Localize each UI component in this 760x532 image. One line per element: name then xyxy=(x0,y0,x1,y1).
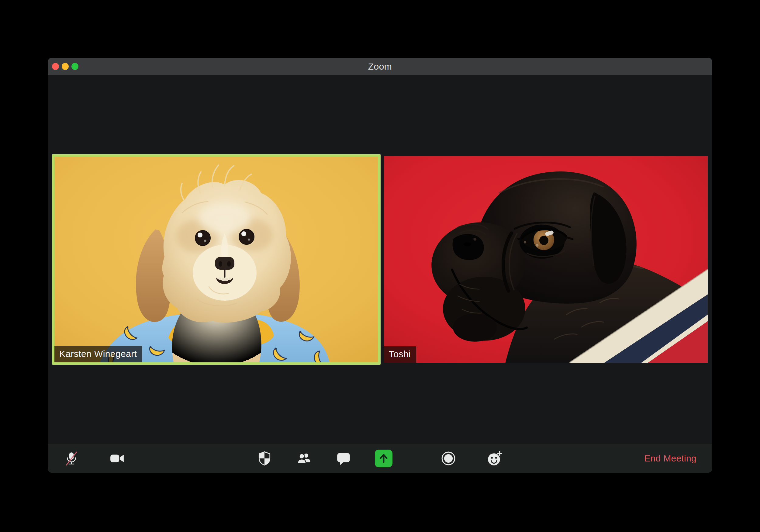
chat-bubble-icon xyxy=(336,451,351,466)
participant-tile-toshi[interactable]: Toshi xyxy=(384,156,708,363)
video-grid: Karsten Winegeart xyxy=(52,154,708,365)
participants-icon xyxy=(296,451,311,466)
video-button[interactable] xyxy=(106,448,128,469)
record-icon xyxy=(441,451,456,466)
security-button[interactable] xyxy=(254,448,275,469)
meeting-toolbar: End Meeting xyxy=(48,444,712,473)
window-title: Zoom xyxy=(368,61,392,72)
minimize-window-button[interactable] xyxy=(62,63,69,70)
end-meeting-button[interactable]: End Meeting xyxy=(642,453,698,464)
participant-name-label: Toshi xyxy=(384,346,416,363)
microphone-off-icon xyxy=(64,451,79,466)
fullscreen-window-button[interactable] xyxy=(71,63,78,70)
share-screen-chip xyxy=(375,450,393,467)
record-button[interactable] xyxy=(438,448,459,469)
participant-tile-karsten[interactable]: Karsten Winegeart xyxy=(52,154,381,365)
title-bar: Zoom xyxy=(48,58,712,75)
share-screen-button[interactable] xyxy=(373,448,395,469)
share-screen-arrow-icon xyxy=(378,452,390,464)
chat-button[interactable] xyxy=(333,448,355,469)
smiley-plus-icon xyxy=(487,451,502,466)
shield-icon xyxy=(257,451,272,466)
participants-button[interactable] xyxy=(293,448,315,469)
close-window-button[interactable] xyxy=(52,63,59,70)
video-feed-cream-dog xyxy=(54,157,378,363)
zoom-window: Zoom xyxy=(48,58,712,473)
mute-button[interactable] xyxy=(61,448,82,469)
reactions-button[interactable] xyxy=(484,448,505,469)
participant-name-label: Karsten Winegeart xyxy=(54,346,142,363)
desktop: { "window": { "title": "Zoom" }, "video_… xyxy=(0,0,760,532)
video-feed-black-pug xyxy=(384,156,708,363)
traffic-lights xyxy=(52,58,78,75)
video-camera-icon xyxy=(110,451,125,466)
